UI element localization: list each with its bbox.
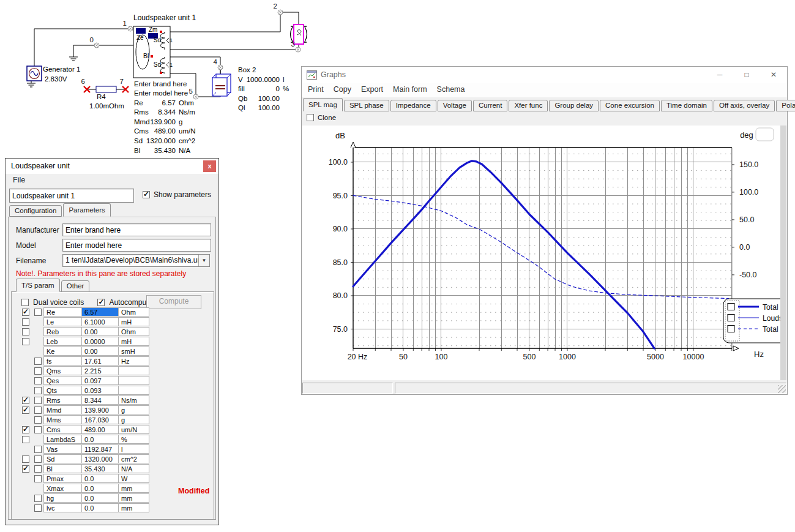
param-enable-checkbox[interactable] bbox=[22, 436, 29, 443]
param-enable-checkbox[interactable] bbox=[22, 397, 29, 404]
filename-combobox[interactable]: 1 ten\IJdata\Develop\BCB\Main6\shiva.ur … bbox=[62, 254, 210, 267]
param-value-cell[interactable]: 2.215 bbox=[81, 366, 119, 375]
loudspeaker-symbol[interactable]: Ze Zm Sd Sd Bl 1 1 bbox=[133, 26, 173, 78]
tab-impedance[interactable]: Impedance bbox=[390, 100, 436, 111]
tab-xfer-func[interactable]: Xfer func bbox=[509, 100, 548, 111]
table-row: Qes0.097 bbox=[12, 376, 214, 386]
param-value-cell[interactable]: 0.093 bbox=[81, 386, 119, 395]
menu-copy[interactable]: Copy bbox=[329, 83, 356, 96]
param-lock-checkbox[interactable] bbox=[34, 495, 42, 502]
param-value-cell[interactable]: 0.097 bbox=[81, 376, 119, 385]
param-value-cell[interactable]: 8.344 bbox=[81, 395, 119, 405]
param-value-cell[interactable]: 0.0 bbox=[81, 474, 119, 483]
param-value-cell[interactable]: 489.00 bbox=[81, 425, 119, 434]
param-enable-checkbox[interactable] bbox=[22, 465, 29, 473]
param-lock-checkbox[interactable] bbox=[34, 465, 42, 473]
resistor-symbol[interactable] bbox=[84, 86, 129, 92]
param-lock-checkbox[interactable] bbox=[34, 475, 42, 482]
param-value-cell[interactable]: 6.1000 bbox=[81, 317, 119, 326]
subtab-t-s-param[interactable]: T/S param bbox=[16, 279, 60, 292]
param-lock-checkbox[interactable] bbox=[34, 397, 42, 404]
unit-name-input[interactable] bbox=[9, 189, 134, 203]
param-value-cell[interactable]: 0.0 bbox=[81, 493, 119, 503]
tab-spl-mag[interactable]: SPL mag bbox=[303, 98, 343, 111]
manufacturer-input[interactable] bbox=[62, 223, 211, 236]
clone-checkbox[interactable] bbox=[307, 114, 314, 121]
tab-off-axis-overlay[interactable]: Off axis, overlay bbox=[714, 100, 775, 111]
resize-grip[interactable] bbox=[778, 385, 786, 393]
param-lock-checkbox[interactable] bbox=[34, 504, 42, 512]
param-lock-checkbox[interactable] bbox=[34, 406, 42, 414]
menu-export[interactable]: Export bbox=[356, 83, 388, 96]
tab-configuration[interactable]: Configuration bbox=[9, 205, 62, 217]
autocompute-checkbox[interactable] bbox=[97, 299, 105, 306]
menu-main-form[interactable]: Main form bbox=[388, 83, 432, 96]
param-value-cell[interactable]: 167.030 bbox=[81, 415, 119, 424]
tab-polar-plot[interactable]: Polar plot bbox=[776, 100, 795, 111]
deg-axis-box[interactable] bbox=[756, 128, 774, 141]
param-enable-checkbox[interactable] bbox=[22, 455, 29, 463]
legend-checkbox[interactable] bbox=[728, 315, 734, 321]
param-value-cell[interactable]: 17.61 bbox=[81, 356, 119, 365]
tab-spl-phase[interactable]: SPL phase bbox=[344, 100, 389, 111]
model-input[interactable] bbox=[62, 239, 211, 252]
param-value-cell[interactable]: 139.900 bbox=[81, 405, 119, 414]
param-lock-checkbox[interactable] bbox=[34, 377, 42, 384]
param-value-cell[interactable]: 0.0 bbox=[81, 435, 119, 444]
subtab-other[interactable]: Other bbox=[61, 280, 90, 292]
show-parameters-checkbox[interactable] bbox=[143, 191, 150, 198]
param-name-cell: Qts bbox=[43, 386, 82, 395]
param-enable-checkbox[interactable] bbox=[22, 406, 29, 414]
param-value-cell[interactable]: 0.0 bbox=[81, 484, 119, 493]
param-value-cell[interactable]: 1320.000 bbox=[81, 454, 119, 463]
tab-cone-excursion[interactable]: Cone excursion bbox=[600, 100, 660, 111]
box2-param-value: 100.00 bbox=[258, 95, 280, 102]
param-value-cell[interactable]: 0.0000 bbox=[81, 337, 119, 346]
param-value-cell[interactable]: 6.57 bbox=[81, 307, 119, 317]
param-lock-checkbox[interactable] bbox=[34, 309, 42, 316]
tab-current[interactable]: Current bbox=[473, 100, 507, 111]
tab-parameters[interactable]: Parameters bbox=[63, 203, 110, 217]
menu-print[interactable]: Print bbox=[303, 83, 329, 96]
table-row: Pmax0.0W bbox=[12, 474, 214, 484]
dropdown-arrow-icon[interactable]: ▼ bbox=[198, 255, 209, 266]
tab-time-domain[interactable]: Time domain bbox=[661, 100, 712, 111]
param-enable-checkbox[interactable] bbox=[22, 426, 29, 433]
menu-schema[interactable]: Schema bbox=[432, 83, 470, 96]
close-button[interactable]: ✕ bbox=[760, 67, 787, 83]
param-lock-checkbox[interactable] bbox=[34, 446, 42, 453]
param-enable-checkbox[interactable] bbox=[22, 318, 29, 326]
generator-symbol[interactable] bbox=[27, 66, 42, 87]
tab-group-delay[interactable]: Group delay bbox=[549, 100, 599, 111]
box2-symbol[interactable] bbox=[212, 74, 231, 96]
show-parameters-option[interactable]: Show parameters bbox=[143, 190, 211, 199]
param-value-cell[interactable]: 0.00 bbox=[81, 347, 119, 356]
minimize-button[interactable]: ─ bbox=[706, 67, 733, 83]
param-value-cell[interactable]: 1192.847 bbox=[81, 444, 119, 454]
param-lock-checkbox[interactable] bbox=[34, 358, 42, 365]
param-lock-checkbox[interactable] bbox=[34, 367, 42, 375]
x-tick-label: 1000 bbox=[559, 353, 576, 361]
param-lock-checkbox[interactable] bbox=[34, 455, 42, 463]
dialog-close-button[interactable]: x bbox=[203, 160, 216, 172]
legend-checkbox[interactable] bbox=[728, 304, 734, 310]
legend-checkbox[interactable] bbox=[728, 326, 734, 332]
maximize-button[interactable]: □ bbox=[733, 67, 760, 83]
dialog-titlebar[interactable]: Loudspeaker unit x bbox=[6, 159, 218, 174]
tab-voltage[interactable]: Voltage bbox=[438, 100, 472, 111]
param-lock-checkbox[interactable] bbox=[34, 416, 42, 424]
param-enable-checkbox[interactable] bbox=[22, 328, 29, 335]
param-lock-checkbox[interactable] bbox=[34, 426, 42, 433]
parameters-panel: Manufacturer Model Filename 1 ten\IJdata… bbox=[8, 217, 216, 520]
param-enable-checkbox[interactable] bbox=[22, 309, 29, 316]
table-row: LambdaS0.0% bbox=[12, 435, 214, 444]
menu-file[interactable]: File bbox=[8, 174, 30, 186]
param-value-cell[interactable]: 35.430 bbox=[81, 464, 119, 473]
param-value-cell[interactable]: 0.0 bbox=[81, 503, 119, 512]
param-value-cell[interactable]: 0.00 bbox=[81, 327, 119, 336]
graphs-titlebar[interactable]: Graphs ─ □ ✕ bbox=[302, 67, 787, 83]
dual-voice-coils-checkbox[interactable] bbox=[21, 299, 29, 306]
param-enable-checkbox[interactable] bbox=[22, 338, 29, 345]
param-lock-checkbox[interactable] bbox=[34, 387, 42, 394]
param-name-cell: lvc bbox=[43, 503, 82, 512]
